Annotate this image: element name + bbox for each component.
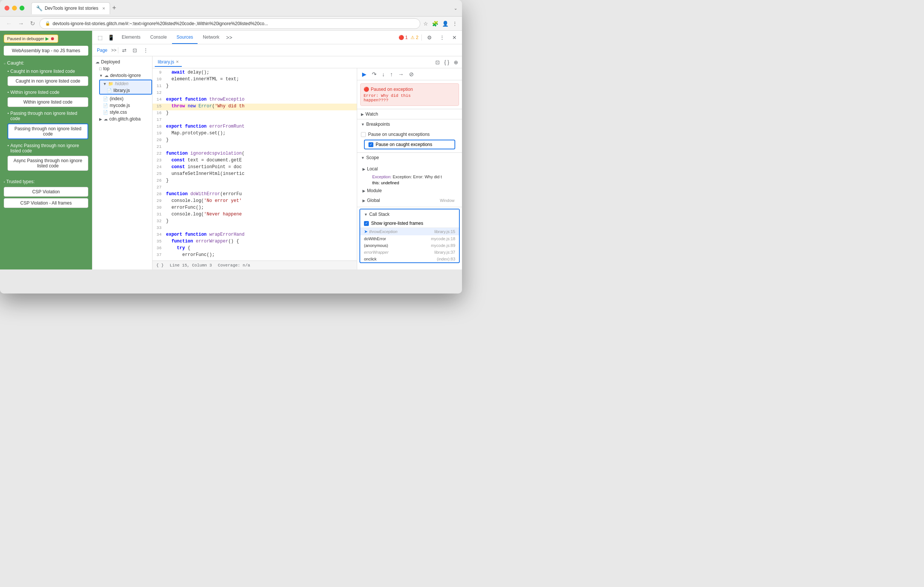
- menu-icon[interactable]: ⋮: [452, 21, 457, 27]
- frame-name-0: throwException: [369, 229, 398, 234]
- caught-item-3-text: Passing through non ignore listed code: [10, 111, 88, 121]
- global-scope-header[interactable]: ▶ Global Window: [361, 196, 458, 205]
- step-out-btn[interactable]: ↑: [388, 70, 395, 79]
- code-line-35: 35 function errorWrapper() {: [152, 239, 357, 245]
- caught-btn-3[interactable]: Passing through non ignore listed code: [8, 123, 88, 139]
- callstack-header[interactable]: ▼ Call Stack: [360, 209, 459, 219]
- tab-network[interactable]: Network: [198, 31, 224, 44]
- step-btn[interactable]: →: [396, 70, 406, 79]
- cloud-icon: ☁: [96, 60, 99, 64]
- maximize-button[interactable]: [20, 6, 25, 10]
- device-toolbar-btn[interactable]: 📱: [106, 33, 116, 42]
- caught-btn-1[interactable]: Caught in non ignore listed code: [8, 76, 88, 86]
- caught-item-2-text: Within ignore listed code: [10, 90, 60, 95]
- devtools-toolbar: ⬚ 📱 Elements Console Sources Network: [92, 31, 462, 44]
- code-line-29: 29 console.log('No error yet': [152, 198, 357, 205]
- tab-elements[interactable]: Elements: [117, 31, 145, 44]
- sync-btn[interactable]: ⇄: [120, 46, 129, 54]
- caught-btn-4[interactable]: Async Passing through non ignore listed …: [8, 156, 88, 171]
- more-tabs-icon[interactable]: >>: [226, 35, 232, 41]
- new-tab-button[interactable]: +: [112, 4, 116, 12]
- local-exception-item: Exception: Exception: Error: Why did t: [367, 174, 458, 180]
- sources-settings-btn[interactable]: ⊕: [452, 59, 460, 66]
- more-options-btn[interactable]: ⋮: [437, 33, 447, 42]
- callstack-frame-0[interactable]: ➤ throwException library.js:15: [360, 228, 459, 235]
- cloud-icon-2: ☁: [104, 73, 109, 78]
- breakpoints-label: Breakpoints: [366, 122, 390, 127]
- profile-icon[interactable]: 👤: [442, 21, 449, 27]
- caught-btn-2[interactable]: Within ignore listed code: [8, 97, 88, 107]
- file-tab-library[interactable]: library.js ✕: [155, 58, 182, 67]
- file-tree-hidden[interactable]: ▼ 📁 hidden: [100, 80, 151, 87]
- close-button[interactable]: [5, 6, 9, 10]
- breakpoints-header[interactable]: ▼ Breakpoints: [357, 119, 462, 129]
- format-btn[interactable]: { }: [443, 59, 451, 66]
- file-icon-mycode: 📄: [103, 103, 108, 108]
- file-tab-close-icon[interactable]: ✕: [176, 60, 179, 64]
- code-line-18: 18 export function errorFromRunt: [152, 124, 357, 131]
- style-label: style.css: [110, 110, 127, 115]
- step-into-btn[interactable]: ↓: [380, 70, 387, 79]
- play-icon[interactable]: ▶: [45, 36, 49, 41]
- callstack-frame-4[interactable]: onclick (index):83: [360, 256, 459, 262]
- callstack-outer: ▼ Call Stack ✓ Show ignore-listed frames: [357, 207, 462, 265]
- add-source-btn[interactable]: ⋮: [141, 46, 151, 54]
- file-tree-style[interactable]: 📄 style.css: [92, 109, 152, 116]
- browser-tab[interactable]: 🔧 DevTools ignore list stories ✕: [31, 2, 110, 14]
- file-tab-header: library.js ✕ ⊡ { } ⊕: [152, 56, 462, 68]
- file-tree-library[interactable]: 📄 library.js: [100, 87, 151, 94]
- tab-chevron-icon[interactable]: ⌄: [454, 6, 457, 11]
- show-ignored-row: ✓ Show ignore-listed frames: [360, 219, 459, 228]
- bookmark-icon[interactable]: ☆: [423, 21, 428, 27]
- callstack-frame-3[interactable]: errorWrapper library.js:37: [360, 249, 459, 256]
- bullet-icon-4: ▪: [8, 143, 9, 148]
- file-tree-devtools[interactable]: ▼ ☁ devtools-ignore: [92, 72, 152, 79]
- url-input[interactable]: 🔒 devtools-ignore-list-stories.glitch.me…: [40, 18, 420, 29]
- show-ignored-checkbox[interactable]: ✓: [364, 221, 369, 226]
- pause-uncaught-checkbox[interactable]: [361, 132, 366, 137]
- panel-nav-more[interactable]: >>: [111, 48, 116, 53]
- tab-sources[interactable]: Sources: [172, 31, 198, 44]
- module-scope-header[interactable]: ▶ Module: [361, 186, 458, 196]
- trusted-btn-1[interactable]: CSP Violation: [4, 187, 88, 197]
- tab-console[interactable]: Console: [146, 31, 171, 44]
- format-btn-footer[interactable]: { }: [156, 263, 164, 268]
- caught-item-3-label: ▪ Passing through non ignore listed code: [8, 111, 88, 121]
- page-nav-btn[interactable]: Page: [95, 46, 110, 54]
- trusted-btn-2[interactable]: CSP Violation - All frames: [4, 198, 88, 208]
- inspect-element-btn[interactable]: ⬚: [96, 33, 105, 42]
- caught-item-4: ▪ Async Passing through non ignore liste…: [8, 143, 88, 173]
- callstack-frame-2[interactable]: (anonymous) mycode.js:89: [360, 242, 459, 249]
- file-tree-top[interactable]: □ top: [92, 65, 152, 72]
- back-button[interactable]: ←: [5, 20, 13, 28]
- file-tree: ☁ Deployed □ top ▼ ☁ devtools-ignore: [92, 56, 152, 270]
- minimize-button[interactable]: [12, 6, 17, 10]
- file-tree-index[interactable]: 📄 (index): [92, 95, 152, 102]
- extensions-icon[interactable]: 🧩: [432, 21, 438, 27]
- pause-caught-checkbox[interactable]: ✓: [368, 142, 373, 147]
- watch-expand-icon: ▶: [361, 112, 364, 116]
- deactivate-btn[interactable]: ⊘: [407, 70, 416, 79]
- top-label: top: [103, 66, 110, 71]
- tab-close-icon[interactable]: ✕: [102, 7, 105, 10]
- browser-window: 🔧 DevTools ignore list stories ✕ + ⌄ ← →…: [0, 0, 462, 270]
- settings-btn[interactable]: ⚙: [425, 33, 434, 42]
- local-scope-header[interactable]: ▶ Local: [361, 164, 458, 174]
- file-tree-mycode[interactable]: 📄 mycode.js: [92, 102, 152, 109]
- reload-button[interactable]: ↻: [28, 19, 36, 28]
- watch-header[interactable]: ▶ Watch: [357, 109, 462, 119]
- resume-btn[interactable]: ▶: [360, 70, 368, 79]
- panel-layout-btn[interactable]: ⊡: [130, 46, 139, 54]
- file-tree-cdn[interactable]: ▶ ☁ cdn.glitch.globa: [92, 116, 152, 122]
- step-over-btn[interactable]: ↷: [370, 70, 379, 79]
- file-tree-deployed[interactable]: ☁ Deployed: [92, 59, 152, 65]
- nav-separator: [118, 47, 118, 53]
- code-line-23: 23 const text = document.getE: [152, 158, 357, 164]
- scope-header[interactable]: ▼ Scope: [357, 153, 462, 163]
- close-devtools-btn[interactable]: ✕: [450, 33, 459, 42]
- callstack-frame-1[interactable]: doWithError mycode.js:18: [360, 235, 459, 242]
- record-icon[interactable]: ⏺: [50, 36, 55, 41]
- forward-button[interactable]: →: [16, 20, 26, 28]
- toggle-sidebar-btn[interactable]: ⊡: [434, 59, 441, 66]
- local-this-item: this: undefined: [367, 180, 458, 186]
